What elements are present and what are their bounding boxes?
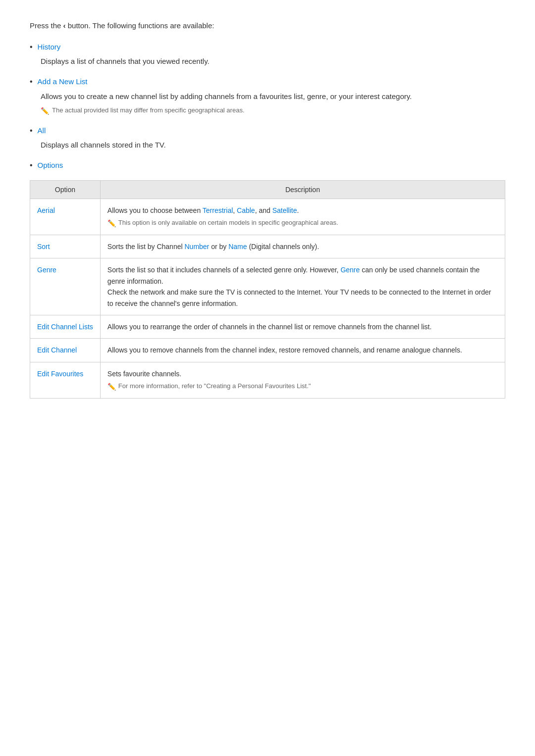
genre-link[interactable]: Genre (340, 266, 360, 274)
history-link[interactable]: History (38, 42, 61, 52)
name-link[interactable]: Name (228, 243, 247, 251)
sort-desc-text: Sorts the list by Channel Number or by N… (107, 243, 319, 251)
table-row: Edit Channel Allows you to remove channe… (30, 339, 505, 362)
description-sort: Sorts the list by Channel Number or by N… (100, 235, 505, 258)
option-sort: Sort (30, 235, 101, 258)
add-new-list-note: ✏️ The actual provided list may differ f… (41, 105, 505, 116)
terrestrial-link[interactable]: Terrestrial (203, 206, 233, 214)
aerial-desc-text: Allows you to choose between Terrestrial… (107, 206, 299, 214)
aerial-note: ✏️ This option is only available on cert… (107, 218, 498, 229)
add-new-list-description: Allows you to create a new channel list … (41, 91, 505, 102)
section-all: • All Displays all channels stored in th… (30, 125, 505, 151)
bullet-item-history: • History (30, 42, 505, 52)
description-edit-channel: Allows you to remove channels from the c… (100, 339, 505, 362)
option-genre: Genre (30, 258, 101, 315)
bullet-item-all: • All (30, 125, 505, 136)
options-link[interactable]: Options (38, 160, 63, 170)
option-aerial: Aerial (30, 199, 101, 235)
cable-link[interactable]: Cable (237, 206, 255, 214)
aerial-note-text: This option is only available on certain… (118, 218, 338, 228)
section-add-new-list: • Add a New List Allows you to create a … (30, 76, 505, 116)
edit-favourites-note: ✏️ For more information, refer to "Creat… (107, 381, 498, 392)
edit-channel-desc-text: Allows you to remove channels from the c… (107, 346, 462, 354)
table-row: Edit Favourites Sets favourite channels.… (30, 362, 505, 398)
col-header-option: Option (30, 180, 101, 199)
intro-text-after: button. The following functions are avai… (66, 21, 214, 30)
option-edit-channel: Edit Channel (30, 339, 101, 362)
description-edit-channel-lists: Allows you to rearrange the order of cha… (100, 315, 505, 338)
bullet-item-add-new-list: • Add a New List (30, 76, 505, 87)
table-row: Edit Channel Lists Allows you to rearran… (30, 315, 505, 338)
table-header-row: Option Description (30, 180, 505, 199)
options-table: Option Description Aerial Allows you to … (30, 180, 505, 399)
table-row: Sort Sorts the list by Channel Number or… (30, 235, 505, 258)
bullet-dot-add-new-list: • (30, 76, 33, 87)
description-aerial: Allows you to choose between Terrestrial… (100, 199, 505, 235)
bullet-dot-history: • (30, 42, 33, 52)
option-edit-favourites: Edit Favourites (30, 362, 101, 398)
satellite-link[interactable]: Satellite (272, 206, 297, 214)
all-description: Displays all channels stored in the TV. (41, 139, 505, 151)
add-new-list-note-text: The actual provided list may differ from… (52, 105, 245, 115)
number-link[interactable]: Number (184, 243, 209, 251)
edit-favourites-desc-text: Sets favourite channels. (107, 370, 181, 378)
table-row: Genre Sorts the list so that it includes… (30, 258, 505, 315)
table-row: Aerial Allows you to choose between Terr… (30, 199, 505, 235)
option-edit-channel-lists: Edit Channel Lists (30, 315, 101, 338)
aerial-note-icon: ✏️ (107, 218, 116, 229)
genre-desc-text: Sorts the list so that it includes chann… (107, 266, 491, 307)
intro-text-before: Press the (30, 21, 63, 30)
description-edit-favourites: Sets favourite channels. ✏️ For more inf… (100, 362, 505, 398)
add-new-list-link[interactable]: Add a New List (38, 76, 88, 87)
edit-favourites-note-text: For more information, refer to "Creating… (118, 381, 311, 391)
bullet-dot-all: • (30, 125, 33, 136)
bullet-dot-options: • (30, 160, 33, 171)
section-options: • Options (30, 160, 505, 171)
note-pencil-icon: ✏️ (41, 106, 49, 116)
all-link[interactable]: All (38, 125, 46, 136)
bullet-item-options: • Options (30, 160, 505, 171)
col-header-description: Description (100, 180, 505, 199)
description-genre: Sorts the list so that it includes chann… (100, 258, 505, 315)
edit-channel-lists-desc-text: Allows you to rearrange the order of cha… (107, 323, 431, 331)
history-description: Displays a list of channels that you vie… (41, 55, 505, 67)
intro-paragraph: Press the ‹ button. The following functi… (30, 20, 505, 32)
edit-favourites-note-icon: ✏️ (107, 382, 116, 392)
section-history: • History Displays a list of channels th… (30, 42, 505, 67)
